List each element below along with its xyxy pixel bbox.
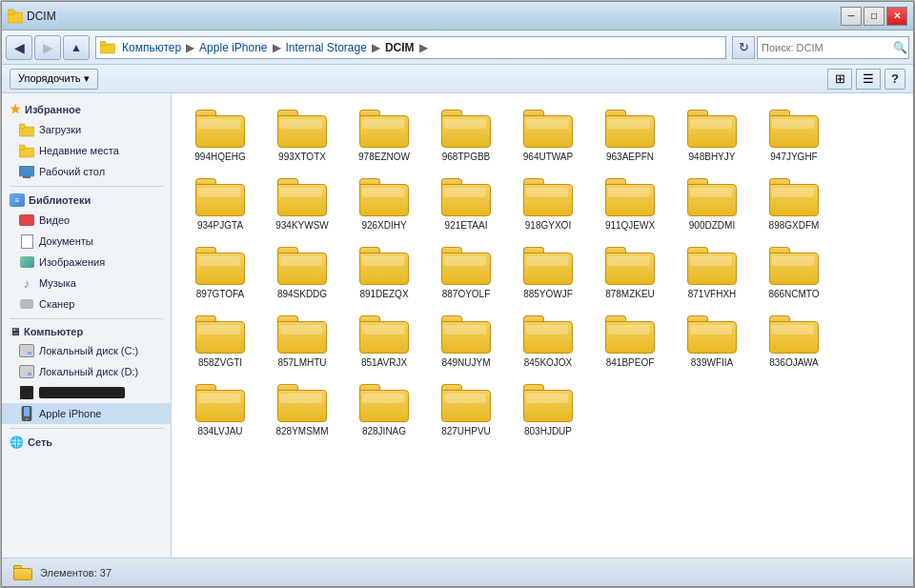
search-input[interactable] <box>762 42 893 53</box>
svg-rect-8 <box>19 166 34 176</box>
sidebar-section-network: 🌐 Сеть <box>2 433 171 452</box>
crumb-dcim[interactable]: DCIM <box>382 40 417 55</box>
folder-item[interactable]: 964UTWAP <box>509 103 587 168</box>
folder-item[interactable]: 858ZVGTI <box>181 309 259 374</box>
crumb-iphone[interactable]: Apple iPhone <box>196 40 270 55</box>
divider-3 <box>10 428 163 429</box>
sidebar-item-redacted[interactable] <box>2 382 171 403</box>
scanner-label: Сканер <box>39 298 74 310</box>
folder-item[interactable]: 968TPGBB <box>427 103 505 168</box>
sidebar-item-video[interactable]: Видео <box>2 210 171 231</box>
folder-item[interactable]: 841BPEOF <box>591 309 669 374</box>
sidebar-item-recent[interactable]: Недавние места <box>2 140 171 161</box>
folder-item[interactable]: 834LVJAU <box>181 377 259 442</box>
back-button[interactable]: ◀ <box>6 35 32 60</box>
folder-item[interactable]: 897GTOFA <box>181 240 259 305</box>
folder-item[interactable]: 803HJDUP <box>509 377 587 442</box>
folder-icon <box>359 247 409 285</box>
folder-name: 947JYGHF <box>770 151 817 163</box>
folder-item[interactable]: 993XTOTX <box>263 103 341 168</box>
folder-item[interactable]: 885YOWJF <box>509 240 587 305</box>
sidebar-item-iphone[interactable]: Apple iPhone <box>2 403 171 424</box>
sidebar-item-docs[interactable]: Документы <box>2 231 171 252</box>
folder-item[interactable]: 851AVRJX <box>345 309 423 374</box>
folder-item[interactable]: 828YMSMM <box>263 377 341 442</box>
folder-name: 857LMHTU <box>277 356 326 369</box>
folder-icon <box>687 247 737 285</box>
folder-name: 900DZDMI <box>689 219 735 232</box>
view-toggle-button[interactable]: ⊞ <box>827 69 852 90</box>
redacted-label <box>39 387 125 398</box>
sidebar-item-drive-d[interactable]: Локальный диск (D:) <box>2 361 171 382</box>
sidebar-item-desktop[interactable]: Рабочий стол <box>2 161 171 182</box>
folder-item[interactable]: 963AEPFN <box>591 103 669 168</box>
folder-item[interactable]: 836OJAWA <box>755 309 833 374</box>
folder-icon <box>523 247 573 285</box>
help-icon: ? <box>891 71 899 86</box>
window-title: DCIM <box>27 10 56 23</box>
desktop-label: Рабочий стол <box>39 166 105 177</box>
folder-name: 921ETAAI <box>445 219 488 232</box>
up-button[interactable]: ▲ <box>63 35 90 60</box>
folder-item[interactable]: 900DZDMI <box>673 172 751 236</box>
folder-item[interactable]: 894SKDDG <box>263 240 341 305</box>
folder-icon <box>769 178 819 216</box>
folder-item[interactable]: 934PJGTA <box>181 172 259 236</box>
folder-name: 827UHPVU <box>441 425 491 437</box>
folder-item[interactable]: 849NUJYM <box>427 309 505 374</box>
up-icon: ▲ <box>71 41 82 54</box>
folder-item[interactable]: 839WFIIA <box>673 309 751 374</box>
forward-button[interactable]: ▶ <box>34 35 61 60</box>
folder-icon <box>605 315 655 354</box>
view-details-button[interactable]: ☰ <box>856 69 881 90</box>
folder-name: 894SKDDG <box>277 288 327 300</box>
folder-item[interactable]: 866NCMTO <box>755 240 833 305</box>
sidebar-item-music[interactable]: ♪ Музыка <box>2 273 171 294</box>
details-icon: ☰ <box>863 71 874 86</box>
docs-icon <box>19 233 34 249</box>
folder-item[interactable]: 878MZKEU <box>591 240 669 305</box>
folder-item[interactable]: 828JINAG <box>345 377 423 442</box>
folder-name: 963AEPFN <box>606 151 654 163</box>
folder-item[interactable]: 911QJEWX <box>591 172 669 236</box>
sidebar-item-drive-c[interactable]: Локальный диск (C:) <box>2 340 171 361</box>
help-button[interactable]: ? <box>884 69 905 90</box>
sidebar-item-images[interactable]: Изображения <box>2 252 171 273</box>
folder-icon <box>441 178 491 216</box>
folder-item[interactable]: 891DEZQX <box>345 240 423 305</box>
folder-icon <box>769 110 819 148</box>
sidebar-item-downloads[interactable]: Загрузки <box>2 119 171 140</box>
folder-name: 934PJGTA <box>197 219 243 232</box>
folder-item[interactable]: 947JYGHF <box>755 103 833 168</box>
folder-item[interactable]: 871VFHXH <box>673 240 751 305</box>
folder-item[interactable]: 918GYXOI <box>509 172 587 236</box>
folder-item[interactable]: 994HQEHG <box>181 103 259 168</box>
action-toolbar: Упорядочить ▾ ⊞ ☰ ? <box>2 65 913 93</box>
folder-item[interactable]: 827UHPVU <box>427 377 505 442</box>
maximize-button[interactable]: □ <box>864 7 884 26</box>
folder-item[interactable]: 887OYOLF <box>427 240 505 305</box>
search-icon: 🔍 <box>893 41 907 54</box>
folder-item[interactable]: 934KYWSW <box>263 172 341 236</box>
folder-item[interactable]: 857LMHTU <box>263 309 341 374</box>
crumb-storage[interactable]: Internal Storage <box>283 40 370 55</box>
folder-item[interactable]: 948BHYJY <box>673 103 751 168</box>
svg-rect-11 <box>24 407 30 416</box>
folder-item[interactable]: 921ETAAI <box>427 172 505 236</box>
folder-item[interactable]: 978EZNOW <box>345 103 423 168</box>
sort-button[interactable]: Упорядочить ▾ <box>10 69 98 90</box>
sidebar-item-scanner[interactable]: Сканер <box>2 294 171 314</box>
drive-c-icon <box>19 343 34 358</box>
folder-icon <box>359 178 409 216</box>
address-bar[interactable]: Компьютер ▶ Apple iPhone ▶ Internal Stor… <box>95 36 726 59</box>
folder-name: 834LVJAU <box>197 425 242 437</box>
title-bar-left: DCIM <box>8 9 56 24</box>
minimize-button[interactable]: ─ <box>841 7 862 26</box>
close-button[interactable]: ✕ <box>886 7 907 26</box>
folder-item[interactable]: 926XDIHY <box>345 172 423 236</box>
folder-item[interactable]: 845KOJOX <box>509 309 587 374</box>
crumb-computer[interactable]: Компьютер <box>119 40 184 55</box>
folder-name: 918GYXOI <box>525 219 571 232</box>
refresh-button[interactable]: ↻ <box>732 36 755 59</box>
folder-item[interactable]: 898GXDFM <box>755 172 833 236</box>
